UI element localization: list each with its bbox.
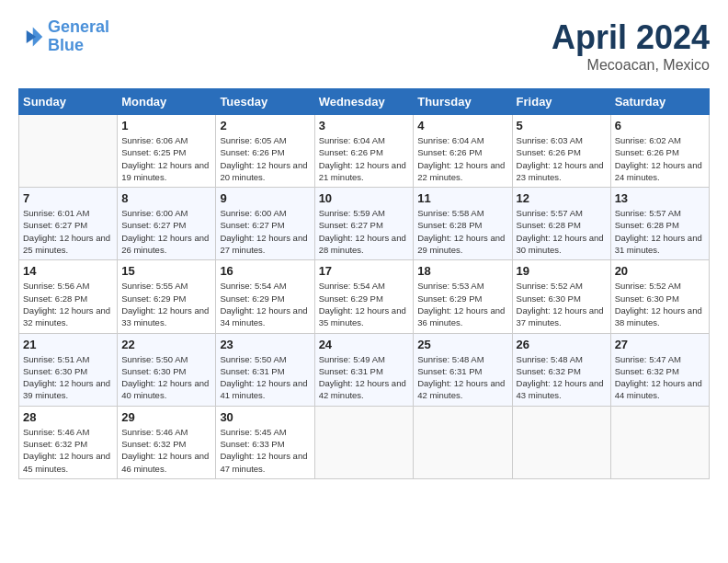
day-number: 3 (319, 119, 410, 132)
day-cell: 7Sunrise: 6:01 AM Sunset: 6:27 PM Daylig… (19, 188, 118, 260)
day-number: 17 (319, 264, 410, 278)
week-row-2: 7Sunrise: 6:01 AM Sunset: 6:27 PM Daylig… (19, 188, 710, 260)
day-cell: 13Sunrise: 5:57 AM Sunset: 6:28 PM Dayli… (610, 188, 709, 260)
logo: General Blue (18, 18, 109, 55)
column-header-saturday: Saturday (610, 89, 709, 115)
column-header-tuesday: Tuesday (216, 89, 314, 115)
day-cell: 10Sunrise: 5:59 AM Sunset: 6:27 PM Dayli… (314, 188, 414, 260)
day-info: Sunrise: 5:58 AM Sunset: 6:28 PM Dayligh… (417, 207, 507, 256)
day-number: 14 (23, 264, 113, 278)
day-cell: 22Sunrise: 5:50 AM Sunset: 6:30 PM Dayli… (118, 333, 216, 406)
day-info: Sunrise: 5:54 AM Sunset: 6:29 PM Dayligh… (319, 280, 410, 328)
day-cell: 6Sunrise: 6:02 AM Sunset: 6:26 PM Daylig… (610, 115, 709, 188)
day-cell: 29Sunrise: 5:46 AM Sunset: 6:32 PM Dayli… (118, 406, 216, 478)
day-info: Sunrise: 5:56 AM Sunset: 6:28 PM Dayligh… (23, 280, 113, 328)
day-number: 9 (220, 191, 310, 205)
day-info: Sunrise: 5:45 AM Sunset: 6:33 PM Dayligh… (220, 426, 310, 475)
day-info: Sunrise: 5:53 AM Sunset: 6:29 PM Dayligh… (417, 280, 507, 328)
day-cell: 8Sunrise: 6:00 AM Sunset: 6:27 PM Daylig… (118, 188, 216, 260)
day-cell: 19Sunrise: 5:52 AM Sunset: 6:30 PM Dayli… (512, 260, 610, 333)
week-row-3: 14Sunrise: 5:56 AM Sunset: 6:28 PM Dayli… (19, 260, 710, 333)
day-cell (314, 406, 414, 478)
header: General Blue April 2024 Mecoacan, Mexico (18, 18, 710, 74)
day-number: 29 (121, 410, 211, 424)
day-number: 5 (517, 119, 607, 132)
day-cell: 21Sunrise: 5:51 AM Sunset: 6:30 PM Dayli… (19, 333, 118, 406)
day-cell: 30Sunrise: 5:45 AM Sunset: 6:33 PM Dayli… (216, 406, 314, 478)
day-info: Sunrise: 5:46 AM Sunset: 6:32 PM Dayligh… (23, 426, 113, 475)
day-number: 28 (23, 410, 113, 424)
day-info: Sunrise: 5:55 AM Sunset: 6:29 PM Dayligh… (121, 280, 211, 328)
day-cell: 23Sunrise: 5:50 AM Sunset: 6:31 PM Dayli… (216, 333, 314, 406)
day-cell: 24Sunrise: 5:49 AM Sunset: 6:31 PM Dayli… (314, 333, 414, 406)
day-info: Sunrise: 5:52 AM Sunset: 6:30 PM Dayligh… (615, 280, 705, 328)
day-number: 25 (417, 338, 507, 351)
day-info: Sunrise: 5:52 AM Sunset: 6:30 PM Dayligh… (517, 280, 607, 328)
day-cell: 5Sunrise: 6:03 AM Sunset: 6:26 PM Daylig… (512, 115, 610, 188)
day-number: 2 (220, 119, 310, 132)
day-cell: 3Sunrise: 6:04 AM Sunset: 6:26 PM Daylig… (314, 115, 414, 188)
day-info: Sunrise: 6:01 AM Sunset: 6:27 PM Dayligh… (23, 207, 113, 256)
day-number: 12 (517, 191, 607, 205)
day-number: 11 (417, 191, 507, 205)
day-number: 27 (615, 338, 705, 351)
day-cell: 14Sunrise: 5:56 AM Sunset: 6:28 PM Dayli… (19, 260, 118, 333)
week-row-4: 21Sunrise: 5:51 AM Sunset: 6:30 PM Dayli… (19, 333, 710, 406)
day-cell (19, 115, 118, 188)
day-number: 18 (417, 264, 507, 278)
day-number: 22 (121, 338, 211, 351)
day-info: Sunrise: 5:51 AM Sunset: 6:30 PM Dayligh… (23, 353, 113, 402)
column-header-sunday: Sunday (19, 89, 118, 115)
day-number: 15 (121, 264, 211, 278)
day-info: Sunrise: 5:46 AM Sunset: 6:32 PM Dayligh… (121, 426, 211, 475)
calendar-table: SundayMondayTuesdayWednesdayThursdayFrid… (18, 88, 710, 479)
day-info: Sunrise: 5:49 AM Sunset: 6:31 PM Dayligh… (319, 353, 410, 402)
day-cell: 27Sunrise: 5:47 AM Sunset: 6:32 PM Dayli… (610, 333, 709, 406)
day-number: 13 (615, 191, 705, 205)
day-number: 26 (517, 338, 607, 351)
day-cell: 4Sunrise: 6:04 AM Sunset: 6:26 PM Daylig… (414, 115, 512, 188)
day-cell: 12Sunrise: 5:57 AM Sunset: 6:28 PM Dayli… (512, 188, 610, 260)
day-cell: 15Sunrise: 5:55 AM Sunset: 6:29 PM Dayli… (118, 260, 216, 333)
day-cell (610, 406, 709, 478)
day-info: Sunrise: 6:06 AM Sunset: 6:25 PM Dayligh… (121, 134, 211, 183)
day-number: 24 (319, 338, 410, 351)
column-header-thursday: Thursday (414, 89, 512, 115)
day-number: 8 (121, 191, 211, 205)
day-cell: 18Sunrise: 5:53 AM Sunset: 6:29 PM Dayli… (414, 260, 512, 333)
day-info: Sunrise: 6:03 AM Sunset: 6:26 PM Dayligh… (517, 134, 607, 183)
day-cell: 25Sunrise: 5:48 AM Sunset: 6:31 PM Dayli… (414, 333, 512, 406)
day-cell: 28Sunrise: 5:46 AM Sunset: 6:32 PM Dayli… (19, 406, 118, 478)
day-number: 30 (220, 410, 310, 424)
day-info: Sunrise: 6:05 AM Sunset: 6:26 PM Dayligh… (220, 134, 310, 183)
column-header-monday: Monday (118, 89, 216, 115)
day-cell: 11Sunrise: 5:58 AM Sunset: 6:28 PM Dayli… (414, 188, 512, 260)
logo-icon (18, 24, 44, 50)
day-info: Sunrise: 5:48 AM Sunset: 6:31 PM Dayligh… (417, 353, 507, 402)
logo-text: General Blue (48, 18, 109, 55)
day-cell: 20Sunrise: 5:52 AM Sunset: 6:30 PM Dayli… (610, 260, 709, 333)
day-cell: 9Sunrise: 6:00 AM Sunset: 6:27 PM Daylig… (216, 188, 314, 260)
day-info: Sunrise: 6:00 AM Sunset: 6:27 PM Dayligh… (220, 207, 310, 256)
column-header-friday: Friday (512, 89, 610, 115)
column-header-wednesday: Wednesday (314, 89, 414, 115)
day-info: Sunrise: 5:57 AM Sunset: 6:28 PM Dayligh… (517, 207, 607, 256)
day-info: Sunrise: 6:04 AM Sunset: 6:26 PM Dayligh… (417, 134, 507, 183)
day-info: Sunrise: 5:50 AM Sunset: 6:30 PM Dayligh… (121, 353, 211, 402)
calendar-header-row: SundayMondayTuesdayWednesdayThursdayFrid… (19, 89, 710, 115)
day-number: 10 (319, 191, 410, 205)
calendar-subtitle: Mecoacan, Mexico (552, 57, 710, 74)
day-cell: 2Sunrise: 6:05 AM Sunset: 6:26 PM Daylig… (216, 115, 314, 188)
day-number: 23 (220, 338, 310, 351)
day-info: Sunrise: 6:04 AM Sunset: 6:26 PM Dayligh… (319, 134, 410, 183)
day-number: 16 (220, 264, 310, 278)
day-number: 7 (23, 191, 113, 205)
day-cell (414, 406, 512, 478)
day-cell: 16Sunrise: 5:54 AM Sunset: 6:29 PM Dayli… (216, 260, 314, 333)
day-info: Sunrise: 5:59 AM Sunset: 6:27 PM Dayligh… (319, 207, 410, 256)
title-area: April 2024 Mecoacan, Mexico (552, 18, 710, 74)
day-number: 19 (517, 264, 607, 278)
day-cell: 1Sunrise: 6:06 AM Sunset: 6:25 PM Daylig… (118, 115, 216, 188)
calendar-body: 1Sunrise: 6:06 AM Sunset: 6:25 PM Daylig… (19, 115, 710, 479)
day-info: Sunrise: 5:48 AM Sunset: 6:32 PM Dayligh… (517, 353, 607, 402)
